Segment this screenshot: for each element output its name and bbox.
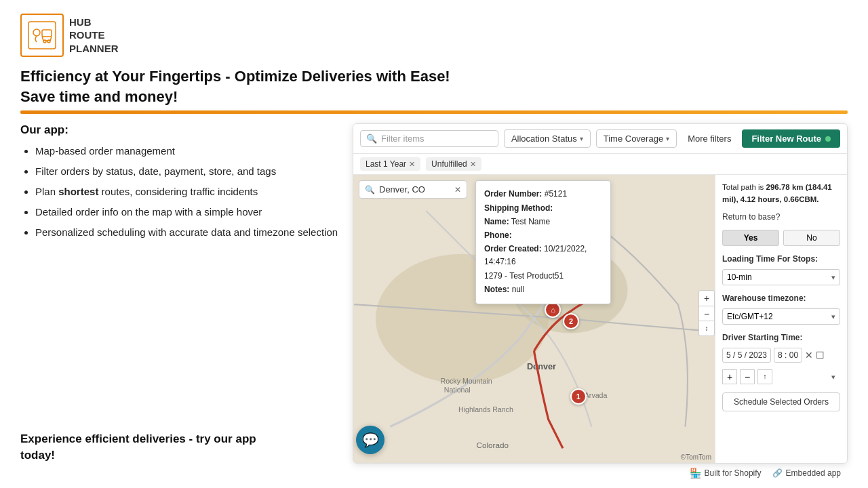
map-search-bar[interactable]: 🔍 Denver, CO ✕ <box>359 180 467 199</box>
status-dot <box>825 136 831 142</box>
logo-area: HUB ROUTE PLANNER <box>20 14 848 57</box>
driver-time[interactable]: 8 : 00 <box>774 348 802 363</box>
tag-unfulfilled[interactable]: Unfulfilled ✕ <box>426 157 481 171</box>
route-marker-1: 1 <box>570 388 587 405</box>
chat-bubble-button[interactable]: 💬 <box>356 426 384 454</box>
search-placeholder[interactable]: Filter items <box>381 134 425 144</box>
filter-new-route-button[interactable]: Filter New Route <box>742 129 840 148</box>
filter-tags-bar: Last 1 Year ✕ Unfulfilled ✕ <box>353 154 847 175</box>
svg-point-3 <box>43 40 46 43</box>
app-body: Cheyenne Colorado Denver Rocky Mountain … <box>353 175 847 463</box>
chevron-down-icon: ▾ <box>580 135 583 142</box>
order-popup: Order Number: #5121 Shipping Method: Nam… <box>475 180 611 304</box>
search-box[interactable]: 🔍 Filter items <box>360 130 498 147</box>
zoom-in-button[interactable]: + <box>699 291 714 306</box>
yes-button[interactable]: Yes <box>722 230 779 246</box>
driver-starting-time-label: Driver Starting Time: <box>722 333 840 342</box>
total-path-info: Total path is 296.78 km (184.41 mil), 4.… <box>722 182 840 205</box>
map-area[interactable]: Cheyenne Colorado Denver Rocky Mountain … <box>353 175 715 463</box>
svg-text:Denver: Denver <box>527 361 556 371</box>
sidebar-zoom-out[interactable]: − <box>740 369 755 384</box>
driver-starting-time-row: 5 / 5 / 2023 8 : 00 ✕ ☐ <box>722 348 840 363</box>
embedded-app: 🔗 Embedded app <box>772 468 841 478</box>
svg-rect-2 <box>42 30 52 37</box>
warehouse-timezone-label: Warehouse timezone: <box>722 293 840 303</box>
loading-time-select-wrapper: 10-min <box>722 269 840 285</box>
map-search-value: Denver, CO <box>379 184 425 195</box>
built-for-shopify: 🏪 Built for Shopify <box>690 468 762 479</box>
our-app-label: Our app: <box>20 123 339 137</box>
no-button[interactable]: No <box>783 230 840 246</box>
allocation-status-filter[interactable]: Allocation Status ▾ <box>504 129 591 148</box>
return-to-base-buttons: Yes No <box>722 230 840 246</box>
driver-date[interactable]: 5 / 5 / 2023 <box>722 348 771 363</box>
sidebar-zoom-in[interactable]: + <box>722 369 737 384</box>
remove-tag-icon[interactable]: ✕ <box>470 160 476 169</box>
warehouse-timezone-select[interactable]: Etc/GMT+12 <box>722 308 840 325</box>
more-filters-button[interactable]: More filters <box>682 130 736 147</box>
embedded-icon: 🔗 <box>772 468 783 478</box>
svg-text:Highlands Ranch: Highlands Ranch <box>458 406 513 414</box>
time-coverage-filter[interactable]: Time Coverage ▾ <box>596 129 677 148</box>
cta-text: Experience efficient deliveries - try ou… <box>20 431 339 464</box>
warehouse-timezone-select-wrapper: Etc/GMT+12 <box>722 308 840 325</box>
footer: 🏪 Built for Shopify 🔗 Embedded app <box>20 464 848 481</box>
loading-time-label: Loading Time For Stops: <box>722 254 840 264</box>
svg-text:Colorado: Colorado <box>477 441 509 450</box>
sidebar-arrow-up[interactable]: ↑ <box>757 369 772 384</box>
zoom-out-button[interactable]: − <box>699 306 714 321</box>
svg-point-4 <box>47 40 50 43</box>
schedule-selected-orders-button[interactable]: Schedule Selected Orders <box>722 392 840 411</box>
return-to-base-label: Return to base? <box>722 212 840 222</box>
logo-text: HUB ROUTE PLANNER <box>69 16 119 56</box>
app-toolbar: 🔍 Filter items Allocation Status ▾ Time … <box>353 124 847 154</box>
svg-text:National: National <box>444 386 471 394</box>
app-sidebar: Total path is 296.78 km (184.41 mil), 4.… <box>715 175 847 463</box>
svg-point-1 <box>33 29 40 36</box>
headline: Efficiency at Your Fingertips - Optimize… <box>20 66 848 106</box>
main-content: Our app: Map-based order management Filt… <box>20 123 848 464</box>
orange-divider <box>20 110 848 114</box>
app-ui-panel: 🔍 Filter items Allocation Status ▾ Time … <box>353 123 848 464</box>
zoom-controls: + − ↕ <box>698 290 715 336</box>
feature-item-5: Personalized scheduling with accurate da… <box>35 225 339 239</box>
svg-text:Arvada: Arvada <box>585 391 608 399</box>
left-panel: Our app: Map-based order management Filt… <box>20 123 339 464</box>
tag-last-1-year[interactable]: Last 1 Year ✕ <box>360 157 420 171</box>
tomtom-credit: ©TomTom <box>681 453 711 461</box>
chevron-down-icon: ▾ <box>666 135 669 142</box>
loading-time-select[interactable]: 10-min <box>722 269 840 285</box>
clear-map-search-icon[interactable]: ✕ <box>454 185 461 195</box>
feature-list: Map-based order management Filter orders… <box>20 144 339 239</box>
zoom-select-wrapper: + − ↑ <box>722 369 840 384</box>
logo-icon <box>20 14 64 57</box>
svg-text:Rocky Mountain: Rocky Mountain <box>440 377 492 385</box>
search-icon: 🔍 <box>366 134 377 144</box>
feature-item-4: Detailed order info on the map with a si… <box>35 205 339 219</box>
feature-item-1: Map-based order management <box>35 144 339 158</box>
feature-item-3: Plan shortest routes, considering traffi… <box>35 184 339 199</box>
calendar-icon[interactable]: ☐ <box>816 350 825 361</box>
zoom-to-fit-button[interactable]: ↕ <box>699 321 714 336</box>
remove-tag-icon[interactable]: ✕ <box>409 160 415 169</box>
feature-item-2: Filter orders by status, date, payment, … <box>35 164 339 178</box>
shopify-icon: 🏪 <box>690 468 701 479</box>
search-icon: 🔍 <box>365 185 375 195</box>
clear-time-icon[interactable]: ✕ <box>805 350 813 361</box>
